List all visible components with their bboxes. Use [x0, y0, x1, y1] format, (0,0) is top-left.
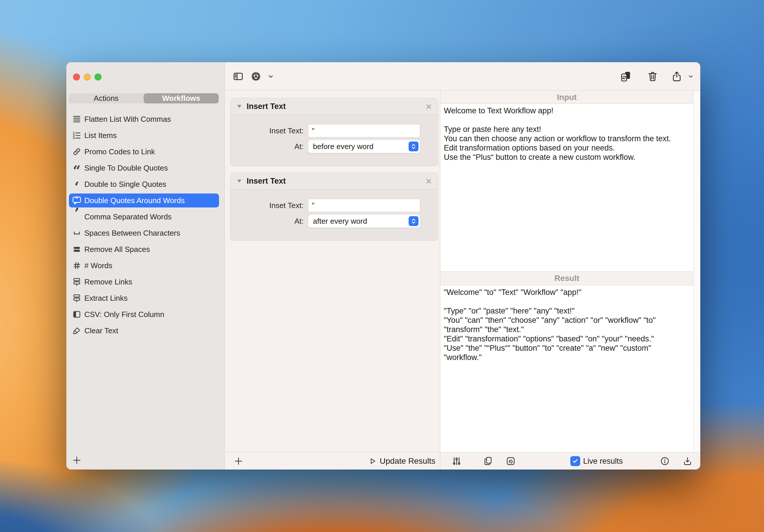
input-header: Input [440, 91, 693, 104]
sidebar-item-extract-links[interactable]: Extract Links [69, 291, 219, 305]
space-bracket-icon [72, 228, 82, 238]
io-main: Input Welcome to Text Workflow app! Type… [440, 91, 693, 452]
link-nodes-icon [72, 277, 82, 287]
add-action-button[interactable] [233, 455, 244, 467]
input-textarea[interactable]: Welcome to Text Workflow app! Type or pa… [440, 104, 693, 271]
panel-title: Insert Text [247, 102, 286, 111]
stepper-icon[interactable] [409, 142, 419, 151]
workflow-list: Flatten List With Commas 123 List Items … [69, 112, 219, 340]
double-quote-icon: “ [72, 163, 82, 173]
hash-icon [72, 261, 82, 271]
quote-bubble-icon: ” [72, 196, 82, 205]
play-icon [369, 457, 376, 465]
replace-text-button[interactable] [619, 62, 633, 91]
tab-actions[interactable]: Actions [69, 93, 144, 103]
sidebar: Actions Workflows Flatten List With Comm… [66, 62, 225, 469]
panel-title: Insert Text [247, 177, 286, 186]
toggle-sidebar-button[interactable] [232, 62, 245, 91]
inset-text-field[interactable]: " [308, 124, 420, 137]
disclosure-triangle-icon[interactable] [236, 178, 243, 184]
share-button[interactable] [670, 62, 684, 91]
link-nodes-icon [72, 293, 82, 303]
close-window-button[interactable] [73, 73, 80, 80]
single-quote-icon: ‘ [72, 179, 82, 189]
sidebar-item-double-to-single[interactable]: ‘ Double to Single Quotes [69, 177, 219, 191]
at-label: At: [230, 217, 303, 226]
sidebar-item-remove-all-spaces[interactable]: Remove All Spaces [69, 242, 219, 256]
link-icon [72, 147, 82, 157]
close-icon[interactable] [424, 102, 433, 111]
insert-text-panel-1: Insert Text Inset Text: " At: before eve… [230, 98, 438, 166]
sidebar-item-csv-first-column[interactable]: CSV: Only First Column [69, 308, 219, 321]
sidebar-item-clear-text[interactable]: Clear Text [69, 324, 219, 337]
use-result-as-input-button[interactable] [505, 453, 516, 469]
tab-workflows[interactable]: Workflows [144, 93, 219, 103]
sidebar-item-list-items[interactable]: 123 List Items [69, 128, 219, 142]
editor-footer: Update Results [225, 452, 440, 469]
sidebar-item-single-to-double[interactable]: “ Single To Double Quotes [69, 161, 219, 175]
sidebar-item-double-quotes-around-words[interactable]: ” Double Quotes Around Words [69, 194, 219, 207]
minimize-window-button[interactable] [84, 73, 91, 80]
sidebar-tabs: Actions Workflows [69, 93, 219, 103]
insert-text-panel-2: Insert Text Inset Text: " At: after ever… [230, 173, 438, 241]
window-controls [73, 73, 101, 80]
update-results-button[interactable]: Update Results [369, 453, 435, 469]
sidebar-item-flatten-list[interactable]: Flatten List With Commas [69, 112, 219, 126]
two-bars-icon [72, 244, 82, 254]
sliders-icon[interactable] [451, 453, 463, 469]
sidebar-item-promo-codes[interactable]: Promo Codes to Link [69, 145, 219, 159]
svg-text:3: 3 [73, 136, 75, 140]
checkbox-checked-icon[interactable] [570, 456, 580, 466]
sidebar-item-remove-links[interactable]: Remove Links [69, 275, 219, 289]
input-output-panel: Input Welcome to Text Workflow app! Type… [440, 91, 700, 469]
workflow-settings-button[interactable] [250, 62, 262, 91]
workflow-editor: Insert Text Inset Text: " At: before eve… [225, 91, 440, 469]
sidebar-item-word-count[interactable]: # Words [69, 259, 219, 273]
text-workflow-window: Actions Workflows Flatten List With Comm… [66, 62, 700, 469]
panel-body: Inset Text: " At: after every word [230, 190, 438, 228]
sidebar-item-spaces-between[interactable]: Spaces Between Characters [69, 226, 219, 240]
download-result-button[interactable] [682, 453, 693, 469]
settings-chevron-down-icon[interactable] [266, 62, 276, 91]
zoom-window-button[interactable] [95, 73, 101, 80]
inset-text-label: Inset Text: [230, 201, 303, 210]
inset-text-field[interactable]: " [308, 199, 420, 212]
share-chevron-down-icon[interactable] [686, 62, 695, 91]
live-results-label: Live results [583, 457, 623, 466]
info-button[interactable] [659, 453, 670, 469]
scrollbar-gutter[interactable] [693, 91, 700, 452]
panel-body: Inset Text: " At: before every word [230, 115, 438, 153]
desktop: { "colors": { "accent": "#3678f6", "sele… [0, 0, 764, 532]
at-select[interactable]: before every word [308, 140, 420, 153]
result-header: Result [440, 271, 693, 285]
flatten-list-icon [72, 114, 82, 124]
brush-icon [72, 326, 82, 335]
at-label: At: [230, 142, 303, 151]
copy-result-button[interactable] [482, 453, 494, 469]
add-workflow-button[interactable] [71, 455, 83, 466]
numbered-list-icon: 123 [72, 130, 82, 140]
panel-header: Insert Text [230, 98, 438, 115]
svg-text:”: ” [75, 196, 79, 203]
disclosure-triangle-icon[interactable] [236, 103, 243, 109]
first-column-icon [72, 310, 82, 319]
at-select[interactable]: after every word [308, 214, 420, 228]
stepper-icon[interactable] [409, 216, 419, 226]
comma-icon: ’ [72, 212, 82, 222]
result-textarea[interactable]: "Welcome" "to" "Text" "Workflow" "app!" … [440, 285, 693, 452]
inset-text-label: Inset Text: [230, 126, 303, 135]
toolbar [225, 62, 700, 91]
panel-header: Insert Text [230, 173, 438, 190]
io-footer: Live results [440, 452, 700, 469]
sidebar-item-comma-separated[interactable]: ’ Comma Separated Words [69, 210, 219, 224]
trash-button[interactable] [646, 62, 660, 91]
close-icon[interactable] [424, 177, 433, 186]
live-results-toggle[interactable]: Live results [570, 453, 623, 469]
